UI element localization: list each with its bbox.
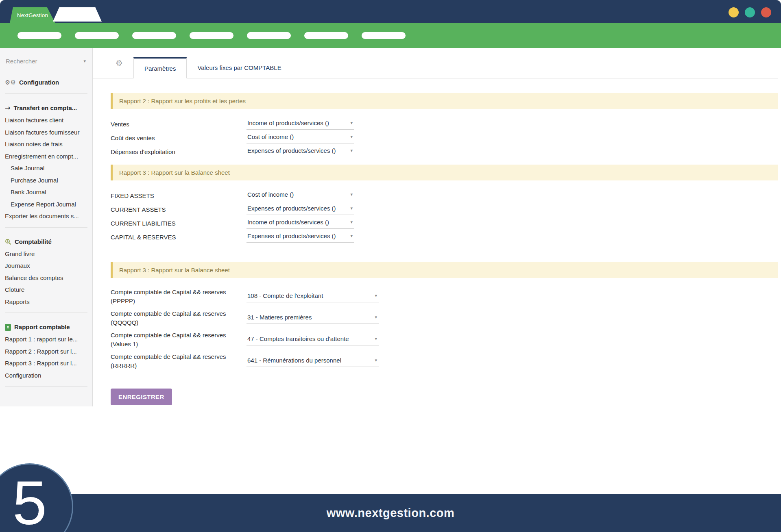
select-value: 31 - Matieres premières: [247, 314, 312, 321]
current-assets-select[interactable]: Expenses of products/services () ▾: [247, 204, 354, 215]
field-label: Coût des ventes: [111, 132, 247, 143]
tab-valeurs-fixes[interactable]: Valeurs fixes par COMPTABLE: [187, 57, 292, 78]
sidebar-item-rapport-2[interactable]: Rapport 2 : Rapport sur l...: [0, 345, 92, 358]
chevron-down-icon: ▾: [375, 336, 377, 341]
nav-pill[interactable]: [132, 32, 176, 39]
page-number: 5: [13, 472, 47, 532]
sidebar-item-grand-livre[interactable]: Grand livre: [0, 248, 92, 260]
chevron-down-icon: ▾: [375, 358, 377, 363]
compte-values1-select[interactable]: 47 - Comptes transitoires ou d'attente ▾: [247, 334, 379, 345]
select-value: Cost of income (): [247, 133, 294, 140]
excel-file-icon: x: [5, 324, 11, 331]
sidebar-divider: [5, 93, 87, 94]
compte-rrrrr-select[interactable]: 641 - Rémunérations du personnel ▾: [247, 356, 379, 367]
chevron-down-icon: ▾: [350, 219, 353, 225]
sidebar-item-purchase-journal[interactable]: Purchase Journal: [0, 174, 92, 187]
current-liabilities-select[interactable]: Income of products/services () ▾: [247, 218, 354, 229]
nav-pill[interactable]: [247, 32, 291, 39]
chevron-down-icon: ▾: [350, 233, 353, 239]
field-label: CURRENT ASSETS: [111, 204, 247, 214]
section-title-rapport-3-comptes: Rapport 3 : Rapport sur la Balance sheet: [111, 262, 778, 278]
sidebar-group-rapport-comptable[interactable]: x Rapport comptable: [0, 321, 92, 333]
sidebar-item-liaison-factures-fournisseur[interactable]: Liaison factures fournisseur: [0, 126, 92, 139]
sidebar-group-configuration[interactable]: ⚙⁩⚙ Configuration: [0, 76, 92, 89]
select-value: Expenses of products/services (): [247, 205, 336, 212]
form-row: Compte comptable de Capital && reserves …: [111, 288, 778, 306]
sidebar-group-label: Rapport comptable: [14, 321, 70, 333]
section-title-rapport-2: Rapport 2 : Rapport sur les profits et l…: [111, 93, 778, 109]
select-value: Expenses of products/services (): [247, 232, 336, 239]
sidebar-item-bank-journal[interactable]: Bank Journal: [0, 186, 92, 198]
chevron-down-icon: ▾: [375, 293, 377, 298]
chevron-down-icon: ▾: [350, 192, 353, 197]
sidebar-item-rapports[interactable]: Rapports: [0, 296, 92, 308]
sidebar-item-liaison-factures-client[interactable]: Liaison factures client: [0, 114, 92, 126]
select-value: 641 - Rémunérations du personnel: [247, 357, 341, 364]
sidebar-item-configuration[interactable]: Configuration: [0, 369, 92, 382]
sidebar-item-exporter-documents[interactable]: Exporter les documents s...: [0, 210, 92, 222]
form-row: Compte comptable de Capital && reserves …: [111, 352, 778, 370]
search-input[interactable]: Rechercher ▾: [5, 56, 87, 68]
sidebar-item-cloture[interactable]: Cloture: [0, 284, 92, 296]
gear-icon[interactable]: ⚙: [116, 58, 123, 68]
tab-label: Valeurs fixes par COMPTABLE: [197, 64, 281, 71]
chevron-down-icon: ▾: [375, 315, 377, 320]
chevron-down-icon: ▾: [350, 120, 353, 126]
fixed-assets-select[interactable]: Cost of income () ▾: [247, 190, 354, 201]
brand-tab[interactable]: NextGestion: [10, 7, 55, 23]
compte-qqqqq-select[interactable]: 31 - Matieres premières ▾: [247, 313, 379, 324]
field-label: Compte comptable de Capital && reserves …: [111, 288, 247, 306]
select-value: Expenses of products/services (): [247, 147, 336, 154]
chevron-down-icon: ▾: [83, 59, 86, 64]
sidebar-item-enregistrement[interactable]: Enregistrement en compt...: [0, 150, 92, 163]
sidebar-group-transfert[interactable]: → Transfert en compta...: [0, 102, 92, 114]
sidebar-item-rapport-3[interactable]: Rapport 3 : Rapport sur l...: [0, 357, 92, 369]
cout-des-ventes-select[interactable]: Cost of income () ▾: [247, 132, 354, 143]
field-label: Ventes: [111, 119, 247, 129]
nav-pill[interactable]: [75, 32, 119, 39]
form-row: Compte comptable de Capital && reserves …: [111, 309, 778, 327]
sidebar-item-balance-des-comptes[interactable]: Balance des comptes: [0, 272, 92, 284]
field-label: Dépenses d'exploitation: [111, 146, 247, 156]
section-comptes-rows: Compte comptable de Capital && reserves …: [111, 288, 778, 370]
capital-reserves-select[interactable]: Expenses of products/services () ▾: [247, 232, 354, 243]
search-placeholder: Rechercher: [6, 58, 37, 65]
nav-pill[interactable]: [17, 32, 61, 39]
main-navbar: [0, 23, 781, 48]
field-label: FIXED ASSETS: [111, 190, 247, 200]
footer-url: www.nextgestion.com: [327, 506, 455, 520]
compte-ppppp-select[interactable]: 108 - Compte de l'exploitant ▾: [247, 291, 379, 302]
select-value: Cost of income (): [247, 191, 294, 198]
blank-tab[interactable]: [53, 7, 102, 22]
sidebar-item-journaux[interactable]: Journaux: [0, 260, 92, 272]
footer-bar: www.nextgestion.com: [0, 494, 781, 532]
save-button[interactable]: ENREGISTRER: [111, 389, 172, 405]
sidebar-group-comptabilite[interactable]: $ Comptabilité: [0, 236, 92, 248]
nav-pill[interactable]: [190, 32, 233, 39]
main-panel: ⚙ Paramètres Valeurs fixes par COMPTABLE…: [93, 48, 781, 494]
select-value: 108 - Compte de l'exploitant: [247, 292, 323, 299]
select-value: 47 - Comptes transitoires ou d'attente: [247, 335, 349, 342]
arrow-right-icon: →: [5, 102, 10, 114]
nav-pill[interactable]: [304, 32, 348, 39]
depenses-exploitation-select[interactable]: Expenses of products/services () ▾: [247, 146, 354, 157]
field-label: Compte comptable de Capital && reserves …: [111, 331, 247, 349]
sidebar-divider: [5, 227, 87, 228]
nav-pill[interactable]: [362, 32, 406, 39]
sidebar-item-expense-report-journal[interactable]: Expense Report Journal: [0, 198, 92, 211]
tab-label: Paramètres: [144, 65, 176, 72]
sidebar-item-liaison-notes-de-frais[interactable]: Liaison notes de frais: [0, 138, 92, 150]
form-row: FIXED ASSETS Cost of income () ▾: [111, 190, 778, 201]
ventes-select[interactable]: Income of products/services () ▾: [247, 119, 354, 130]
maximize-dot[interactable]: [745, 7, 755, 17]
form-row: Coût des ventes Cost of income () ▾: [111, 132, 778, 143]
chevron-down-icon: ▾: [350, 148, 353, 153]
tab-parametres[interactable]: Paramètres: [133, 57, 187, 78]
form-row: CURRENT ASSETS Expenses of products/serv…: [111, 204, 778, 215]
minimize-dot[interactable]: [729, 7, 739, 17]
sidebar-item-rapport-1[interactable]: Rapport 1 : rapport sur le...: [0, 333, 92, 345]
field-label: CAPITAL & RESERVES: [111, 232, 247, 242]
close-dot[interactable]: [761, 7, 771, 17]
brand-label: NextGestion: [17, 12, 48, 18]
sidebar-item-sale-journal[interactable]: Sale Journal: [0, 162, 92, 174]
